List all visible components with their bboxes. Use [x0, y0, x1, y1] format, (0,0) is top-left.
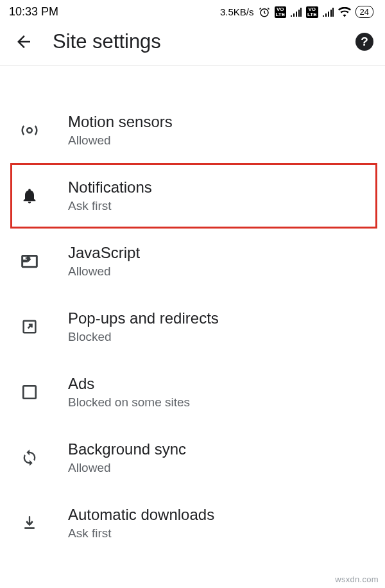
settings-list: Motion sensors Allowed Notifications Ask… — [0, 65, 385, 547]
setting-ads[interactable]: Ads Blocked on some sites — [0, 359, 385, 425]
status-bar: 10:33 PM 3.5KB/s VOLTE VOLTE 24 — [0, 0, 385, 22]
motion-icon — [18, 121, 41, 140]
battery-indicator: 24 — [355, 6, 373, 18]
setting-title: Pop-ups and redirects — [68, 309, 371, 327]
setting-subtitle: Ask first — [68, 526, 371, 540]
app-header: Site settings ? — [0, 22, 385, 65]
setting-popups[interactable]: Pop-ups and redirects Blocked — [0, 294, 385, 359]
setting-title: Notifications — [68, 178, 363, 196]
setting-subtitle: Allowed — [68, 264, 371, 279]
watermark: wsxdn.com — [335, 575, 379, 584]
alarm-icon — [259, 6, 270, 18]
sync-icon — [18, 449, 41, 467]
ads-icon — [18, 384, 41, 401]
setting-title: Ads — [68, 375, 371, 393]
help-button[interactable]: ? — [355, 33, 373, 51]
signal-icon-1 — [291, 8, 302, 17]
setting-background-sync[interactable]: Background sync Allowed — [0, 425, 385, 490]
setting-subtitle: Ask first — [68, 199, 363, 213]
setting-title: Motion sensors — [68, 113, 371, 131]
partial-item — [0, 65, 385, 76]
svg-rect-4 — [23, 386, 36, 399]
setting-javascript[interactable]: JavaScript Allowed — [0, 229, 385, 294]
setting-motion-sensors[interactable]: Motion sensors Allowed — [0, 98, 385, 163]
popup-icon — [18, 318, 41, 336]
volte-badge-2: VOLTE — [306, 6, 318, 18]
download-icon — [18, 515, 41, 532]
page-title: Site settings — [53, 30, 336, 53]
setting-title: JavaScript — [68, 244, 371, 262]
javascript-icon — [18, 252, 41, 271]
volte-badge-1: VOLTE — [275, 6, 287, 18]
signal-icon-2 — [323, 8, 334, 17]
setting-title: Background sync — [68, 440, 371, 458]
setting-subtitle: Blocked — [68, 330, 371, 344]
network-speed: 3.5KB/s — [220, 6, 254, 17]
setting-subtitle: Allowed — [68, 461, 371, 475]
setting-notifications[interactable]: Notifications Ask first — [10, 163, 377, 229]
setting-subtitle: Allowed — [68, 134, 371, 148]
setting-subtitle: Blocked on some sites — [68, 395, 371, 410]
setting-automatic-downloads[interactable]: Automatic downloads Ask first — [0, 490, 385, 547]
setting-title: Automatic downloads — [68, 506, 371, 524]
bell-icon — [18, 187, 41, 205]
wifi-icon — [338, 7, 351, 17]
status-time: 10:33 PM — [9, 5, 58, 19]
back-icon[interactable] — [14, 32, 33, 51]
